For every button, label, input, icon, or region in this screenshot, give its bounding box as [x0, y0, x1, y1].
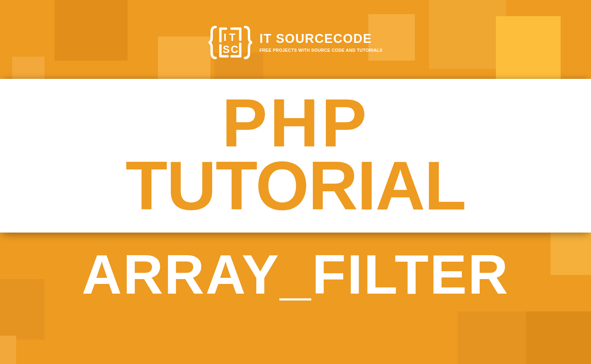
- headline-band: PHP TUTORIAL: [0, 79, 591, 233]
- headline-line-1: PHP: [222, 92, 369, 154]
- brand-logo-icon: I T S C: [208, 22, 252, 63]
- decorative-square: [457, 311, 526, 364]
- headline-line-2: TUTORIAL: [125, 152, 466, 220]
- decorative-square: [0, 336, 16, 364]
- decorative-square: [526, 311, 591, 364]
- brand-header: I T S C IT SOURCECODE FREE PROJECTS WITH…: [0, 22, 591, 63]
- svg-text:T: T: [229, 32, 236, 43]
- brand-subtitle: FREE PROJECTS WITH SOURCE CODE AND TUTOR…: [259, 48, 383, 53]
- tutorial-banner: I T S C IT SOURCECODE FREE PROJECTS WITH…: [0, 0, 591, 364]
- brand-title: IT SOURCECODE: [259, 32, 383, 45]
- topic-title: ARRAY_FILTER: [0, 247, 591, 302]
- svg-text:S: S: [223, 44, 230, 55]
- topic-area: ARRAY_FILTER: [0, 247, 591, 302]
- svg-text:C: C: [231, 44, 238, 55]
- svg-text:I: I: [223, 32, 226, 43]
- brand-text: IT SOURCECODE FREE PROJECTS WITH SOURCE …: [259, 32, 383, 53]
